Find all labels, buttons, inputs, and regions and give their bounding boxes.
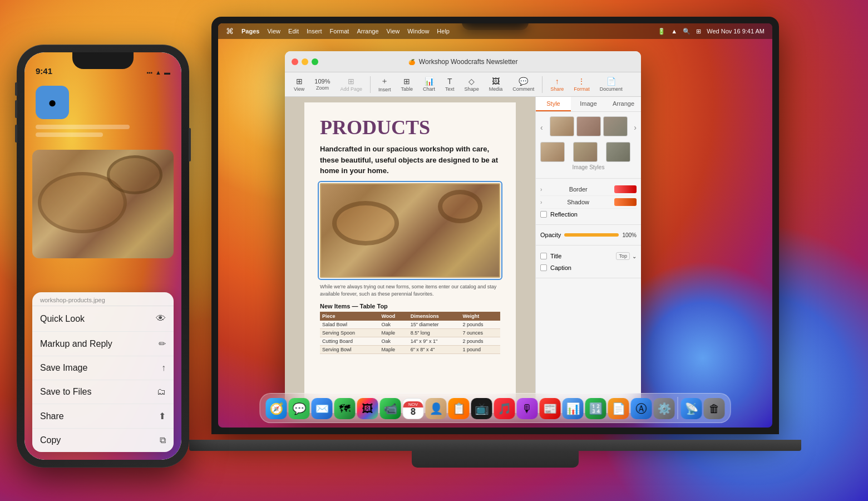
image-style-5[interactable] — [573, 142, 598, 162]
fullscreen-button[interactable] — [312, 58, 318, 65]
iphone-volume-up[interactable] — [15, 100, 17, 118]
opacity-row: Opacity 100% — [540, 229, 637, 240]
dock-icon-numbers[interactable]: 🔢 — [585, 398, 606, 419]
add-page-icon: ⊞ — [348, 77, 354, 86]
context-menu-share[interactable]: Share ⬆ — [32, 404, 174, 429]
dock-icon-podcasts[interactable]: 🎙 — [517, 398, 538, 419]
table-cell: Maple — [379, 345, 408, 353]
shape-icon: ◇ — [468, 77, 475, 86]
title-checkbox[interactable] — [540, 253, 547, 259]
opacity-slider[interactable] — [564, 233, 619, 237]
mac-control-icon[interactable]: ⊞ — [696, 28, 701, 35]
caption-label: Caption — [550, 264, 571, 271]
minimize-button[interactable] — [302, 58, 308, 65]
image-style-4[interactable] — [540, 142, 565, 162]
image-style-6[interactable] — [606, 142, 630, 162]
dock-icon-music[interactable]: 🎵 — [494, 398, 515, 419]
dock-icon-mail[interactable]: ✉️ — [312, 398, 333, 419]
macbook-screen: ⌘ Pages View Edit Insert Format Arrange … — [218, 23, 772, 428]
toolbar-view[interactable]: ⊞ View — [289, 76, 309, 93]
dock-icon-appletv[interactable]: 📺 — [471, 398, 492, 419]
style-prev-button[interactable]: ‹ — [540, 123, 543, 132]
pages-window: 🍊 Workshop Woodcrafts Newsletter ⊞ View … — [285, 51, 641, 413]
iphone-volume-down[interactable] — [15, 125, 17, 143]
iphone-silent-switch[interactable] — [15, 82, 17, 96]
border-disclosure[interactable]: › — [540, 186, 542, 193]
toolbar-comment[interactable]: 💬 Comment — [508, 76, 539, 93]
image-style-3[interactable] — [603, 116, 628, 136]
dock-icon-appstore[interactable]: Ⓐ — [631, 398, 652, 419]
mac-menu-window[interactable]: Window — [407, 28, 429, 35]
toolbar-text[interactable]: T Text — [441, 76, 459, 93]
table-cell: 6" x 8" x 4" — [408, 345, 461, 353]
toolbar-zoom[interactable]: 109% Zoom — [310, 77, 334, 92]
tab-style[interactable]: Style — [536, 97, 571, 111]
dock-icon-pages[interactable]: 📄 — [608, 398, 629, 419]
iphone-power-button[interactable] — [189, 128, 191, 161]
doc-image[interactable] — [320, 183, 500, 278]
insert-icon: ＋ — [381, 76, 388, 86]
mac-apple-logo[interactable]: ⌘ — [226, 27, 234, 36]
context-menu-copy[interactable]: Copy ⧉ — [32, 429, 174, 452]
context-menu-quick-look[interactable]: Quick Look 👁 — [32, 306, 174, 332]
close-button[interactable] — [292, 58, 298, 65]
dock-icon-facetime[interactable]: 📹 — [380, 398, 401, 419]
share-icon: ↑ — [555, 77, 559, 86]
toolbar-insert[interactable]: ＋ Insert — [374, 75, 396, 94]
mac-menu-help[interactable]: Help — [437, 28, 450, 35]
dock-icon-settings[interactable]: ⚙️ — [654, 398, 675, 419]
iphone-photo-thumbnail[interactable] — [32, 150, 174, 258]
dock-icon-safari[interactable]: 🧭 — [266, 398, 287, 419]
image-styles-section: ‹ › — [536, 112, 641, 179]
chart-icon: 📊 — [425, 77, 434, 86]
mac-menu-format[interactable]: Format — [330, 28, 349, 35]
toolbar-chart[interactable]: 📊 Chart — [418, 76, 440, 93]
shadow-disclosure[interactable]: › — [540, 199, 542, 205]
mac-app-name[interactable]: Pages — [241, 28, 259, 35]
iphone-notification-area — [36, 125, 170, 140]
toolbar-media[interactable]: 🖼 Media — [485, 76, 507, 93]
dock-icon-reminders[interactable]: 📋 — [448, 398, 470, 419]
dock-icon-trash[interactable]: 🗑 — [704, 398, 725, 419]
dock-icon-contacts[interactable]: 👤 — [426, 398, 447, 419]
dock: 🧭 💬 ✉️ 🗺 🖼 📹 NOV 8 👤 📋 📺 🎵 🎙 📰 📊 🔢 📄 — [260, 393, 731, 423]
toolbar-table[interactable]: ⊞ Table — [397, 76, 418, 93]
toolbar-add-page[interactable]: ⊞ Add Page — [336, 76, 367, 93]
toolbar-share[interactable]: ↑ Share — [546, 76, 568, 93]
toolbar-shape[interactable]: ◇ Shape — [460, 76, 484, 93]
dock-icon-news[interactable]: 📰 — [540, 398, 561, 419]
style-next-button[interactable]: › — [634, 123, 637, 132]
image-style-2[interactable] — [576, 116, 601, 136]
mac-search-icon[interactable]: 🔍 — [683, 28, 691, 35]
dock-icon-calendar[interactable]: NOV 8 — [403, 398, 424, 419]
dock-icon-keynote[interactable]: 📊 — [563, 398, 584, 419]
title-position-dropdown[interactable]: Top ⌄ — [616, 252, 637, 260]
image-styles-grid — [550, 116, 628, 136]
tab-arrange[interactable]: Arrange — [606, 97, 641, 111]
toolbar-document[interactable]: 📄 Document — [595, 76, 627, 93]
context-menu-filename: workshop-products.jpeg — [32, 292, 174, 306]
image-style-1[interactable] — [550, 116, 574, 136]
style-nav: ‹ › — [540, 116, 637, 139]
mac-menu-insert[interactable]: Insert — [307, 28, 322, 35]
mac-menu-view[interactable]: View — [387, 28, 400, 35]
context-menu-save-files[interactable]: Save to Files 🗂 — [32, 380, 174, 404]
context-menu-save-image[interactable]: Save Image ↑ — [32, 356, 174, 380]
dock-icon-maps[interactable]: 🗺 — [334, 398, 356, 419]
mac-menu-arrange[interactable]: Arrange — [357, 28, 378, 35]
toolbar-format[interactable]: ⋮ Format — [569, 76, 594, 93]
dock-icon-messages[interactable]: 💬 — [289, 398, 310, 419]
title-caption-section: Title Top ⌄ Caption — [536, 245, 641, 278]
doc-table-heading: New Items — Table Top — [320, 303, 500, 310]
dock-icon-photos[interactable]: 🖼 — [357, 398, 378, 419]
tab-image[interactable]: Image — [571, 97, 606, 111]
mac-menu-edit[interactable]: Edit — [288, 28, 299, 35]
mac-menu-file[interactable]: View — [267, 28, 280, 35]
context-menu-markup-reply[interactable]: Markup and Reply ✏ — [32, 332, 174, 356]
border-color-swatch[interactable] — [614, 185, 637, 193]
caption-checkbox[interactable] — [540, 264, 547, 271]
dock-icon-folder[interactable]: 📡 — [681, 398, 702, 419]
reflection-checkbox[interactable] — [540, 211, 547, 218]
shadow-color-swatch[interactable] — [614, 198, 637, 206]
comment-icon: 💬 — [519, 77, 528, 86]
